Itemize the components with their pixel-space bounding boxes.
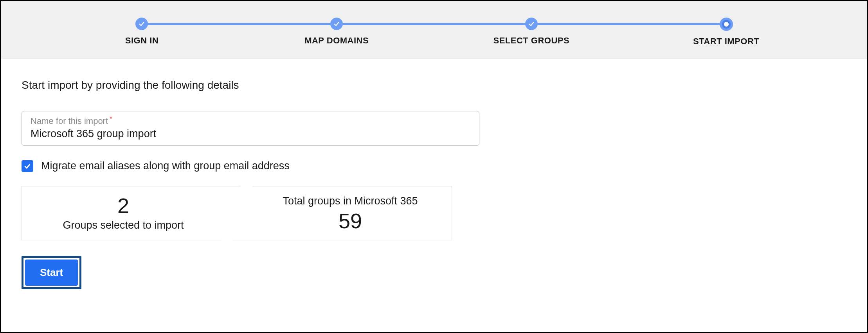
summary-cards: 2 Groups selected to import Total groups… xyxy=(22,186,846,240)
migrate-aliases-row: Migrate email aliases along with group e… xyxy=(22,160,846,172)
import-wizard-window: SIGN IN MAP DOMAINS SELECT GROUPS START … xyxy=(0,0,868,333)
step-select-groups[interactable]: SELECT GROUPS xyxy=(434,18,629,46)
import-name-label: Name for this import * xyxy=(31,116,470,126)
check-circle-icon xyxy=(135,18,148,30)
wizard-content: Start import by providing the following … xyxy=(1,59,867,305)
check-icon xyxy=(23,162,31,170)
step-label: SIGN IN xyxy=(125,36,158,46)
selected-groups-card: 2 Groups selected to import xyxy=(22,186,241,240)
start-button-highlight: Start xyxy=(22,256,81,289)
step-map-domains[interactable]: MAP DOMAINS xyxy=(239,18,434,46)
start-button[interactable]: Start xyxy=(25,260,78,286)
selected-groups-count: 2 xyxy=(117,195,129,216)
step-start-import[interactable]: START IMPORT xyxy=(629,18,824,47)
selected-groups-label: Groups selected to import xyxy=(63,219,184,231)
check-circle-icon xyxy=(525,18,538,30)
import-name-field-wrap[interactable]: Name for this import * xyxy=(22,111,479,146)
instruction-text: Start import by providing the following … xyxy=(22,79,846,91)
check-circle-icon xyxy=(330,18,343,30)
total-groups-count: 59 xyxy=(339,210,362,231)
total-groups-card: Total groups in Microsoft 365 59 xyxy=(233,186,452,240)
step-label: START IMPORT xyxy=(693,36,759,47)
current-step-icon xyxy=(720,18,733,31)
wizard-stepper: SIGN IN MAP DOMAINS SELECT GROUPS START … xyxy=(1,1,867,59)
total-groups-label: Total groups in Microsoft 365 xyxy=(283,195,418,207)
import-name-label-text: Name for this import xyxy=(31,116,108,126)
step-sign-in[interactable]: SIGN IN xyxy=(45,18,240,46)
stepper-inner: SIGN IN MAP DOMAINS SELECT GROUPS START … xyxy=(45,18,824,47)
migrate-aliases-checkbox[interactable] xyxy=(22,160,33,172)
step-label: MAP DOMAINS xyxy=(304,36,369,46)
import-name-input[interactable] xyxy=(31,128,470,140)
step-label: SELECT GROUPS xyxy=(493,36,569,46)
required-asterisk: * xyxy=(110,116,112,122)
migrate-aliases-label: Migrate email aliases along with group e… xyxy=(41,160,290,172)
